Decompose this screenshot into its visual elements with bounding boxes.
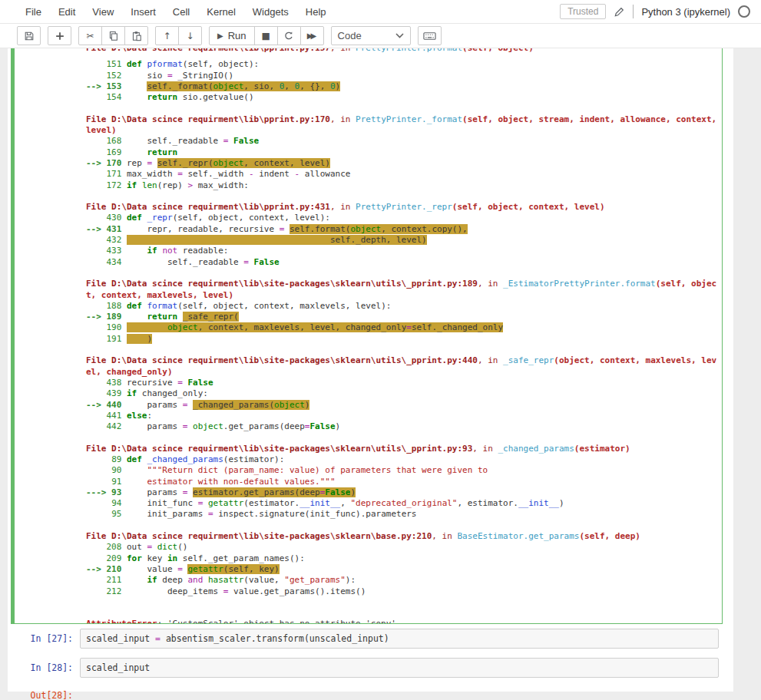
traceback-line: 441 else: [86, 411, 719, 421]
scissors-icon: ✂ [86, 31, 94, 41]
traceback-line: 171 max_width = self._width - indent - a… [86, 169, 719, 180]
floppy-icon [24, 31, 35, 41]
code-text-28: scaled_input [86, 662, 150, 673]
restart-kernel-button[interactable] [277, 26, 301, 45]
traceback-line: 172 if len(rep) > max_width: [86, 180, 719, 191]
menu-help[interactable]: Help [297, 3, 335, 21]
traceback-line: File D:\Data scince requirment\lib\site-… [86, 531, 719, 542]
move-cell-down-button[interactable]: ↓ [178, 26, 202, 45]
traceback-line: 433 if not readable: [86, 246, 719, 256]
notebook-header: FileEditViewInsertCellKernelWidgetsHelp … [0, 0, 761, 48]
traceback-line: --> 189 return _safe_repr( [86, 312, 719, 322]
menu-widgets[interactable]: Widgets [244, 3, 297, 21]
traceback-line: 154 return sio.getvalue() [86, 92, 719, 103]
traceback-line: 439 if changed_only: [86, 388, 719, 399]
traceback-line [86, 597, 719, 608]
restart-run-all-button[interactable]: ▶▶ [300, 26, 324, 45]
traceback-line: File D:\Data scince requirment\lib\site-… [86, 444, 719, 454]
code-cell-28[interactable]: In [28]: scaled_input [8, 653, 733, 682]
toolbar: ✂ ↑ ↓ ▶Run ■ ▶▶ Code [0, 24, 761, 48]
traceback-line: 438 recursive = False [86, 378, 719, 388]
interrupt-kernel-button[interactable]: ■ [254, 26, 278, 45]
edit-mode-pencil-icon [614, 6, 625, 18]
paste-cells-button[interactable] [124, 26, 148, 45]
menu-items: FileEditViewInsertCellKernelWidgetsHelp [17, 3, 335, 21]
traceback-line: 209 for key in self._get_param_names(): [86, 553, 719, 564]
traceback-line [86, 520, 719, 531]
traceback-line: --> 170 rep = self._repr(object, context… [86, 158, 719, 169]
traceback-line: 208 out = dict() [86, 542, 719, 553]
code-text-27: scaled_input = absentism_scaler.transfor… [86, 633, 389, 644]
traceback-line: 191 ) [86, 334, 719, 345]
cell-type-dropdown[interactable]: Code [331, 26, 411, 45]
cut-cells-button[interactable]: ✂ [78, 26, 102, 45]
traceback-line: 152 sio = _StringIO() [86, 71, 719, 81]
restart-icon [283, 31, 294, 41]
code-cell-27[interactable]: In [27]: scaled_input = absentism_scaler… [8, 624, 733, 653]
kernel-name[interactable]: Python 3 (ipykernel) [641, 6, 730, 18]
traceback-line: 211 if deep and hasattr(value, "get_para… [86, 575, 719, 586]
menu-file[interactable]: File [17, 3, 50, 21]
stop-icon: ■ [261, 31, 270, 41]
traceback-line: 89 def _changed_params(estimator): [86, 454, 719, 465]
traceback-line: 94 init_func = getattr(estimator.__init_… [86, 498, 719, 509]
traceback-line: 151 def pformat(self, object): [86, 59, 719, 70]
input-prompt-27: In [27]: [11, 629, 80, 644]
header-divider [633, 5, 634, 18]
traceback-output: File D:\Data scince requirment\lib\pprin… [86, 48, 719, 624]
traceback-line [86, 191, 719, 202]
arrow-down-icon: ↓ [186, 31, 194, 41]
chevron-down-icon [395, 33, 404, 38]
code-input-27[interactable]: scaled_input = absentism_scaler.transfor… [80, 629, 719, 649]
play-icon: ▶ [217, 31, 223, 40]
traceback-line [86, 432, 719, 443]
command-palette-button[interactable] [418, 26, 442, 45]
menu-cell[interactable]: Cell [164, 3, 198, 21]
traceback-line [86, 103, 719, 114]
notebook-page: File D:\Data scince requirment\lib\pprin… [0, 48, 761, 700]
notebook-container: File D:\Data scince requirment\lib\pprin… [8, 48, 733, 692]
traceback-line: --> 431 repr, readable, recursive = self… [86, 224, 719, 235]
plus-icon [55, 31, 65, 41]
traceback-line: 190 object, context, maxlevels, level, c… [86, 322, 719, 333]
menu-kernel[interactable]: Kernel [198, 3, 244, 21]
traceback-line: 430 def _repr(self, object, context, lev… [86, 213, 719, 223]
cell-type-value: Code [338, 30, 362, 41]
arrow-up-icon: ↑ [163, 31, 170, 41]
traceback-line: 168 self._readable = False [86, 136, 719, 147]
traceback-line: AttributeError: 'CustomScaler' object ha… [86, 619, 719, 624]
menu-edit[interactable]: Edit [50, 3, 84, 21]
traceback-line [86, 345, 719, 355]
input-prompt-28: In [28]: [11, 658, 80, 673]
paste-icon [131, 31, 142, 41]
header-right: Trusted Python 3 (ipykernel) [560, 4, 750, 19]
copy-icon [108, 31, 119, 41]
copy-cells-button[interactable] [101, 26, 125, 45]
trusted-button[interactable]: Trusted [560, 4, 606, 19]
traceback-line: File D:\Data scince requirment\lib\site-… [86, 279, 719, 301]
traceback-line-clipped: File D:\Data scince requirment\lib\pprin… [86, 48, 719, 59]
traceback-line: File D:\Data scince requirment\lib\pprin… [86, 114, 719, 137]
fast-forward-icon: ▶▶ [307, 31, 316, 40]
traceback-line [86, 268, 719, 279]
traceback-line: 212 deep_items = value.get_params().item… [86, 586, 719, 597]
insert-cell-button[interactable] [48, 26, 71, 45]
menu-view[interactable]: View [84, 3, 122, 21]
traceback-line: 432 self._depth, level) [86, 235, 719, 246]
traceback-line: 442 params = object.get_params(deep=Fals… [86, 421, 719, 432]
traceback-line: ---> 93 params = estimator.get_params(de… [86, 487, 719, 498]
traceback-line: File D:\Data scince requirment\lib\pprin… [86, 202, 719, 213]
move-cell-up-button[interactable]: ↑ [155, 26, 179, 45]
error-output-cell[interactable]: File D:\Data scince requirment\lib\pprin… [11, 48, 723, 624]
traceback-line: --> 440 params = _changed_params(object) [86, 400, 719, 411]
save-button[interactable] [17, 26, 41, 45]
menu-bar: FileEditViewInsertCellKernelWidgetsHelp … [0, 0, 761, 24]
traceback-line [86, 608, 719, 619]
run-button[interactable]: ▶Run [209, 26, 255, 45]
traceback-line: 169 return [86, 147, 719, 158]
menu-insert[interactable]: Insert [122, 3, 164, 21]
traceback-line: 434 self._readable = False [86, 257, 719, 268]
traceback-line: 91 estimator with non-default values.""" [86, 477, 719, 487]
traceback-line: --> 153 self._format(object, sio, 0, 0, … [86, 81, 719, 92]
code-input-28[interactable]: scaled_input [80, 658, 719, 678]
